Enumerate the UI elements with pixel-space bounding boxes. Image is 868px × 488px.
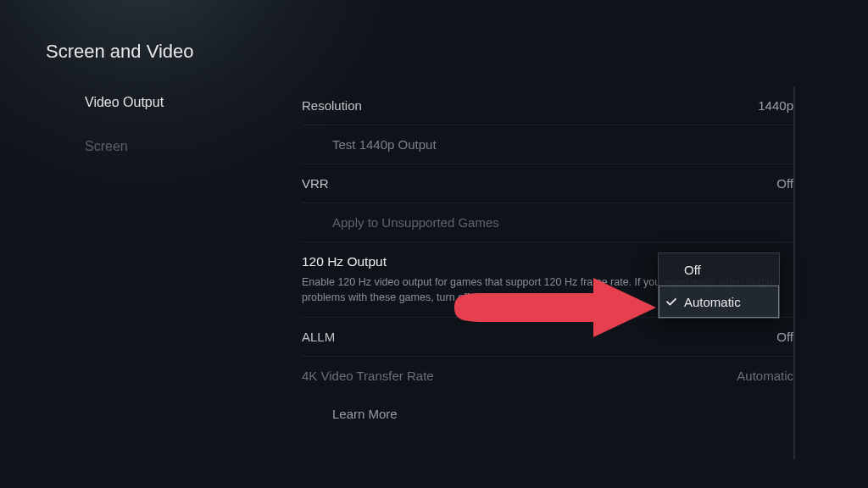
dropdown-120hz-output: Off Automatic xyxy=(658,252,780,319)
row-test-1440p[interactable]: Test 1440p Output xyxy=(302,125,793,164)
row-resolution[interactable]: Resolution 1440p xyxy=(302,86,793,125)
row-value: 1440p xyxy=(758,98,793,113)
sidebar: Video Output Screen xyxy=(85,95,254,154)
row-value: Off xyxy=(776,176,793,191)
row-allm[interactable]: ALLM Off xyxy=(302,318,793,357)
page-title: Screen and Video xyxy=(46,41,194,63)
scrollbar-track[interactable] xyxy=(793,86,795,459)
dropdown-option-label: Automatic xyxy=(684,295,741,309)
check-icon xyxy=(665,296,677,308)
dropdown-option-automatic[interactable]: Automatic xyxy=(659,286,779,318)
row-label: VRR xyxy=(302,176,329,191)
dropdown-option-label: Off xyxy=(684,263,701,277)
dropdown-option-off[interactable]: Off xyxy=(659,253,779,286)
sidebar-item-video-output[interactable]: Video Output xyxy=(85,95,254,110)
row-label: Resolution xyxy=(302,98,362,113)
row-label: ALLM xyxy=(302,330,335,344)
row-vrr[interactable]: VRR Off xyxy=(302,164,793,203)
row-value: Automatic xyxy=(737,369,793,383)
sidebar-item-screen[interactable]: Screen xyxy=(85,139,254,154)
row-vrr-unsupported[interactable]: Apply to Unsupported Games xyxy=(302,203,793,242)
row-value: Off xyxy=(776,330,793,344)
row-label: 4K Video Transfer Rate xyxy=(302,369,434,383)
row-4k-transfer-rate[interactable]: 4K Video Transfer Rate Automatic xyxy=(302,357,793,395)
row-learn-more[interactable]: Learn More xyxy=(302,395,793,433)
